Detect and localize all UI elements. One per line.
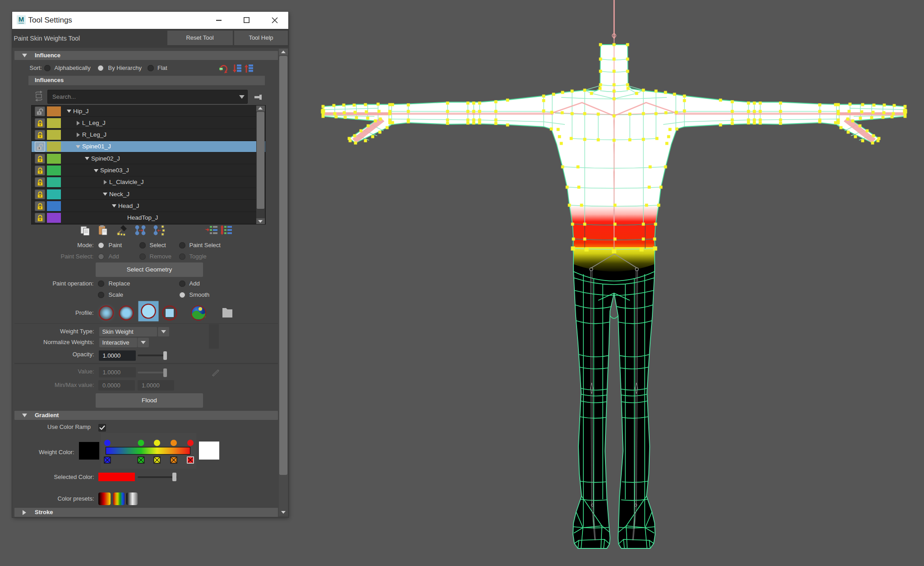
svg-text:M: M xyxy=(18,15,24,23)
